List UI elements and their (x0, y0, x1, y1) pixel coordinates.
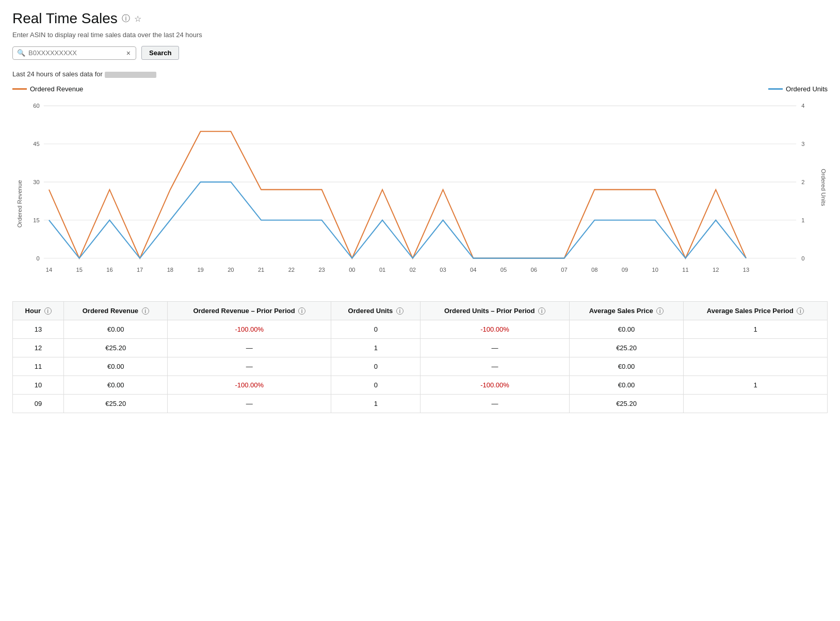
col-avg-sales-price-prior: Average Sales Price Period i (684, 302, 828, 320)
cell-ordered_revenue: €0.00 (64, 357, 168, 376)
svg-text:00: 00 (349, 267, 355, 273)
svg-text:15: 15 (76, 267, 82, 273)
cell-ordered_revenue: €25.20 (64, 339, 168, 357)
svg-text:01: 01 (379, 267, 385, 273)
cell-ordered_revenue: €0.00 (64, 320, 168, 339)
cell-ordered_revenue_prior: -100.00% (168, 320, 331, 339)
data-table: Hour i Ordered Revenue i Ordered Revenue… (12, 301, 828, 413)
table-row: 12€25.20—1—€25.20 (13, 339, 828, 357)
svg-text:0: 0 (36, 255, 39, 262)
page-title: Real Time Sales ⓘ ☆ (12, 10, 828, 27)
cell-ordered_units_prior: -100.00% (421, 320, 570, 339)
cell-avg_sales_price_prior (684, 357, 828, 376)
cell-ordered_revenue_prior: — (168, 357, 331, 376)
search-button[interactable]: Search (141, 46, 179, 60)
col-hour-info[interactable]: i (44, 307, 52, 315)
svg-text:Ordered Revenue: Ordered Revenue (17, 180, 23, 227)
svg-text:1: 1 (801, 217, 804, 223)
cell-ordered_units: 1 (331, 339, 421, 357)
table-header-row: Hour i Ordered Revenue i Ordered Revenue… (13, 302, 828, 320)
svg-text:18: 18 (167, 267, 173, 273)
legend-units-label: Ordered Units (786, 85, 828, 93)
favorite-icon[interactable]: ☆ (134, 14, 141, 24)
cell-ordered_units: 0 (331, 376, 421, 395)
cell-ordered_units: 1 (331, 395, 421, 413)
svg-text:45: 45 (33, 141, 39, 147)
cell-avg_sales_price_prior (684, 339, 828, 357)
col-ordered-revenue-prior: Ordered Revenue – Prior Period i (168, 302, 331, 320)
cell-ordered_revenue_prior: — (168, 339, 331, 357)
legend-orange-line (12, 88, 27, 90)
svg-text:06: 06 (531, 267, 537, 273)
legend-ordered-units: Ordered Units (768, 85, 828, 93)
svg-text:30: 30 (33, 179, 39, 185)
col-ordered-units: Ordered Units i (331, 302, 421, 320)
cell-avg_sales_price_prior (684, 395, 828, 413)
cell-ordered_units: 0 (331, 357, 421, 376)
col-units-prior-info[interactable]: i (538, 307, 545, 315)
col-ordered-revenue: Ordered Revenue i (64, 302, 168, 320)
svg-text:4: 4 (801, 103, 804, 109)
cell-avg_sales_price: €0.00 (569, 320, 683, 339)
col-revenue-prior-info[interactable]: i (298, 307, 305, 315)
col-units-info[interactable]: i (396, 307, 403, 315)
svg-text:Ordered Units: Ordered Units (820, 169, 827, 206)
cell-hour: 12 (13, 339, 64, 357)
clear-button[interactable]: × (125, 49, 132, 57)
legend-revenue-label: Ordered Revenue (30, 85, 83, 93)
cell-hour: 10 (13, 376, 64, 395)
svg-text:17: 17 (137, 267, 143, 273)
cell-hour: 13 (13, 320, 64, 339)
legend-ordered-revenue: Ordered Revenue (12, 85, 83, 93)
data-label: Last 24 hours of sales data for (12, 70, 828, 78)
cell-avg_sales_price: €25.20 (569, 339, 683, 357)
col-ordered-units-prior: Ordered Units – Prior Period i (421, 302, 570, 320)
svg-text:08: 08 (591, 267, 597, 273)
svg-text:11: 11 (682, 267, 688, 273)
svg-text:10: 10 (652, 267, 658, 273)
search-row: 🔍 × Search (12, 46, 828, 60)
cell-ordered_revenue_prior: -100.00% (168, 376, 331, 395)
cell-ordered_revenue_prior: — (168, 395, 331, 413)
cell-ordered_revenue: €25.20 (64, 395, 168, 413)
svg-text:09: 09 (622, 267, 628, 273)
chart-legend: Ordered Revenue Ordered Units (12, 85, 828, 93)
cell-hour: 09 (13, 395, 64, 413)
cell-ordered_units_prior: -100.00% (421, 376, 570, 395)
chart-container: 0 15 30 45 60 0 1 2 3 4 14 15 16 17 18 1… (12, 95, 828, 291)
cell-ordered_units: 0 (331, 320, 421, 339)
page-subtitle: Enter ASIN to display real time sales da… (12, 31, 828, 39)
svg-text:60: 60 (33, 103, 39, 109)
col-revenue-info[interactable]: i (142, 307, 149, 315)
col-hour: Hour i (13, 302, 64, 320)
info-icon[interactable]: ⓘ (122, 13, 130, 24)
cell-avg_sales_price_prior: 1 (684, 376, 828, 395)
col-asp-prior-info[interactable]: i (797, 307, 804, 315)
svg-text:23: 23 (318, 267, 325, 273)
svg-text:14: 14 (46, 267, 52, 273)
svg-text:03: 03 (440, 267, 446, 273)
svg-text:22: 22 (288, 267, 295, 273)
svg-text:21: 21 (258, 267, 264, 273)
svg-text:2: 2 (801, 179, 804, 185)
svg-text:05: 05 (500, 267, 507, 273)
table-row: 10€0.00-100.00%0-100.00%€0.001 (13, 376, 828, 395)
search-input[interactable] (28, 49, 125, 57)
svg-text:04: 04 (470, 267, 476, 273)
table-row: 13€0.00-100.00%0-100.00%€0.001 (13, 320, 828, 339)
title-text: Real Time Sales (12, 10, 118, 27)
cell-avg_sales_price: €0.00 (569, 357, 683, 376)
svg-text:20: 20 (228, 267, 234, 273)
table-row: 09€25.20—1—€25.20 (13, 395, 828, 413)
svg-text:16: 16 (106, 267, 112, 273)
cell-ordered_units_prior: — (421, 339, 570, 357)
cell-ordered_units_prior: — (421, 395, 570, 413)
cell-avg_sales_price: €0.00 (569, 376, 683, 395)
svg-text:13: 13 (743, 267, 749, 273)
cell-avg_sales_price_prior: 1 (684, 320, 828, 339)
svg-text:0: 0 (801, 255, 804, 262)
cell-hour: 11 (13, 357, 64, 376)
col-asp-info[interactable]: i (656, 307, 664, 315)
chart-svg: 0 15 30 45 60 0 1 2 3 4 14 15 16 17 18 1… (12, 95, 828, 291)
svg-text:19: 19 (197, 267, 203, 273)
